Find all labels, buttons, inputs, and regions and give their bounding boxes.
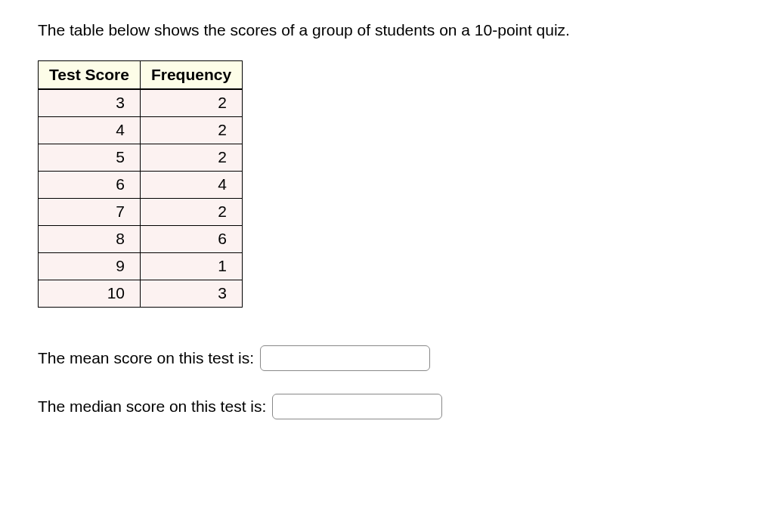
table-header-row: Test Score Frequency — [39, 61, 243, 90]
table-row: 3 2 — [39, 89, 243, 116]
median-input[interactable] — [272, 394, 442, 419]
frequency-table: Test Score Frequency 3 2 4 2 5 2 6 4 7 2… — [38, 60, 243, 308]
header-test-score: Test Score — [39, 61, 141, 90]
intro-text: The table below shows the scores of a gr… — [38, 21, 736, 39]
cell-freq: 6 — [141, 225, 243, 252]
median-question-row: The median score on this test is: — [38, 394, 736, 419]
cell-score: 8 — [39, 225, 141, 252]
header-frequency: Frequency — [141, 61, 243, 90]
cell-score: 4 — [39, 116, 141, 144]
cell-freq: 2 — [141, 144, 243, 171]
cell-freq: 4 — [141, 171, 243, 198]
table-row: 7 2 — [39, 198, 243, 225]
cell-freq: 2 — [141, 89, 243, 116]
cell-score: 3 — [39, 89, 141, 116]
mean-input[interactable] — [260, 345, 430, 371]
cell-freq: 2 — [141, 198, 243, 225]
cell-freq: 3 — [141, 280, 243, 307]
mean-question-row: The mean score on this test is: — [38, 345, 736, 371]
table-row: 9 1 — [39, 252, 243, 280]
cell-score: 9 — [39, 252, 141, 280]
cell-score: 6 — [39, 171, 141, 198]
median-label: The median score on this test is: — [38, 397, 266, 416]
cell-score: 7 — [39, 198, 141, 225]
mean-label: The mean score on this test is: — [38, 349, 254, 367]
cell-freq: 1 — [141, 252, 243, 280]
cell-score: 5 — [39, 144, 141, 171]
table-row: 8 6 — [39, 225, 243, 252]
table-row: 4 2 — [39, 116, 243, 144]
table-row: 10 3 — [39, 280, 243, 307]
table-row: 6 4 — [39, 171, 243, 198]
table-row: 5 2 — [39, 144, 243, 171]
cell-score: 10 — [39, 280, 141, 307]
cell-freq: 2 — [141, 116, 243, 144]
